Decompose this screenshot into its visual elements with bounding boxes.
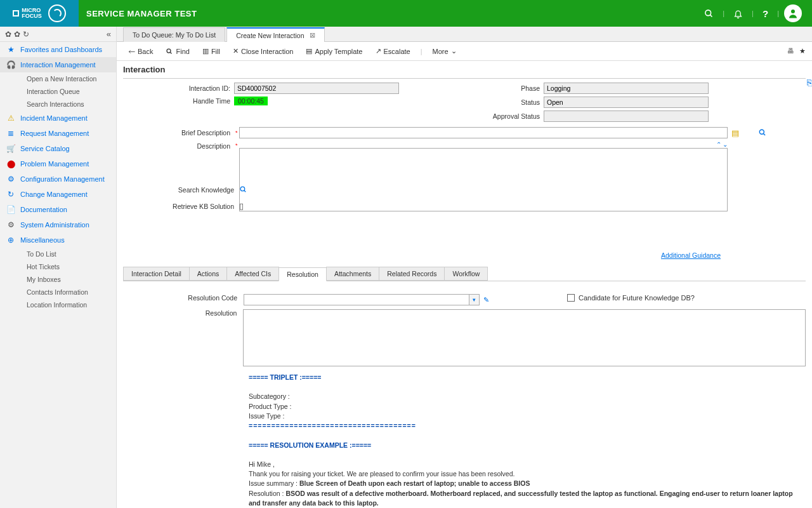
- dropdown-icon[interactable]: ▾: [469, 294, 480, 305]
- retrieve-kb-label: Retrieve KB Solution: [167, 203, 234, 210]
- document-tab[interactable]: Create New Interaction⊠: [226, 27, 324, 42]
- resolution-code-input[interactable]: [244, 294, 469, 305]
- svg-line-6: [763, 133, 765, 135]
- page-title: Interaction: [123, 61, 806, 79]
- sidebar-item[interactable]: ⬤Problem Management: [0, 156, 116, 171]
- svg-point-2: [791, 10, 795, 13]
- user-avatar[interactable]: [784, 4, 802, 22]
- favorite-icon[interactable]: ★: [799, 47, 806, 55]
- search-knowledge-icon[interactable]: [239, 185, 247, 194]
- edit-icon[interactable]: ✎: [481, 294, 491, 305]
- sidebar-item[interactable]: ≣Request Management: [0, 126, 116, 141]
- sidebar: ✿ ✿ ↻ « ★Favorites and Dashboards🎧Intera…: [0, 27, 117, 508]
- handle-time-label: Handle Time: [123, 97, 234, 105]
- sidebar-subitem[interactable]: Open a New Interaction: [20, 72, 116, 85]
- candidate-label: Candidate for Future Knowledge DB?: [579, 294, 695, 302]
- sidebar-subitem[interactable]: Hot Tickets: [20, 260, 116, 273]
- fill-button[interactable]: ▥ Fill: [197, 46, 225, 57]
- collapse-icon[interactable]: ⌃: [716, 141, 721, 148]
- back-button[interactable]: 🡐 Back: [123, 46, 158, 57]
- close-interaction-button[interactable]: ✕ Close Interaction: [228, 46, 299, 57]
- sidebar-item[interactable]: ⚠Incident Management: [0, 110, 116, 126]
- detail-tab[interactable]: Workflow: [444, 267, 488, 281]
- detail-tab[interactable]: Attachments: [326, 267, 379, 281]
- collapse-sidebar-icon[interactable]: «: [107, 29, 111, 39]
- phase-field: [544, 83, 709, 94]
- bell-icon[interactable]: [730, 9, 747, 18]
- sidebar-subitem[interactable]: Search Interactions: [20, 98, 116, 110]
- app-title: SERVICE MANAGER TEST: [86, 9, 197, 18]
- help-icon[interactable]: ?: [759, 8, 772, 19]
- app-header: MICROFOCUS SERVICE MANAGER TEST | | ? |: [0, 0, 812, 27]
- interaction-id-label: Interaction ID:: [123, 84, 234, 92]
- sidebar-item[interactable]: ↻Change Management: [0, 187, 116, 202]
- detail-tab[interactable]: Actions: [189, 267, 227, 281]
- approval-status-field: [544, 110, 709, 122]
- description-textarea[interactable]: [239, 148, 728, 211]
- resolution-code-label: Resolution Code: [123, 294, 244, 302]
- handle-time-value: 00:00:45: [234, 97, 268, 105]
- phase-label: Phase: [436, 84, 544, 92]
- sidebar-subitem[interactable]: My Inboxes: [20, 273, 116, 286]
- sidebar-subitem[interactable]: Interaction Queue: [20, 85, 116, 98]
- action-toolbar: 🡐 Back Find ▥ Fill ✕ Close Interaction ▤…: [117, 42, 812, 61]
- status-label: Status: [436, 98, 544, 106]
- detail-tab[interactable]: Affected CIs: [226, 267, 279, 281]
- sidebar-subitem[interactable]: To Do List: [20, 248, 116, 260]
- svg-line-1: [710, 15, 712, 17]
- search-knowledge-label: Search Knowledge: [167, 186, 234, 194]
- gear-icon[interactable]: ✿: [5, 30, 11, 39]
- svg-line-4: [171, 52, 172, 53]
- sidebar-item[interactable]: 🎧Interaction Management: [0, 57, 116, 72]
- approval-status-label: Approval Status: [436, 112, 544, 120]
- retrieve-kb-icon[interactable]: ▯: [239, 201, 244, 211]
- print-icon[interactable]: 🖶: [787, 47, 794, 55]
- document-tab[interactable]: To Do Queue: My To Do List: [123, 27, 225, 42]
- sidebar-item[interactable]: ⚙System Administration: [0, 217, 116, 232]
- tab-close-icon[interactable]: ⊠: [310, 31, 315, 39]
- svg-point-0: [705, 10, 711, 15]
- more-button[interactable]: More ⌄: [428, 46, 462, 57]
- detail-tabs: Interaction DetailActionsAffected CIsRes…: [123, 267, 806, 281]
- search-icon[interactable]: [758, 128, 767, 137]
- svg-line-8: [244, 190, 246, 192]
- escalate-button[interactable]: ↗ Escalate: [370, 46, 416, 57]
- sidebar-subitem[interactable]: Location Information: [20, 298, 116, 311]
- brief-description-input[interactable]: [239, 127, 728, 138]
- sidebar-item[interactable]: 📄Documentation: [0, 202, 116, 217]
- refresh-icon[interactable]: ↻: [23, 30, 29, 39]
- candidate-checkbox[interactable]: [567, 294, 575, 302]
- additional-guidance-link[interactable]: Additional Guidance: [661, 251, 721, 259]
- brief-description-label: Brief Description: [123, 129, 234, 137]
- sidebar-item[interactable]: 🛒Service Catalog: [0, 141, 116, 156]
- notes-icon[interactable]: ▤: [731, 128, 739, 138]
- document-tabs: To Do Queue: My To Do ListCreate New Int…: [117, 27, 812, 42]
- description-label: Description: [123, 141, 234, 150]
- expand-icon[interactable]: ⌄: [723, 141, 728, 148]
- svg-point-7: [240, 187, 245, 191]
- sidebar-item[interactable]: ⊕Miscellaneous: [0, 232, 116, 248]
- detail-tab[interactable]: Interaction Detail: [123, 267, 190, 281]
- svg-point-5: [759, 130, 764, 134]
- copy-icon[interactable]: ⎘: [807, 77, 812, 88]
- sidebar-item[interactable]: ⚙Configuration Management: [0, 171, 116, 187]
- detail-tab[interactable]: Resolution: [278, 267, 327, 281]
- find-button[interactable]: Find: [160, 46, 194, 57]
- status-field: [544, 97, 709, 108]
- brand-logo: MICROFOCUS: [0, 0, 79, 27]
- sidebar-item[interactable]: ★Favorites and Dashboards: [0, 42, 116, 57]
- resolution-label: Resolution: [123, 309, 243, 317]
- detail-tab[interactable]: Related Records: [379, 267, 445, 281]
- resolution-example-text: ===== TRIPLET :===== Subcategory : Produ…: [249, 373, 806, 508]
- gear-icon-2[interactable]: ✿: [14, 30, 20, 39]
- interaction-id-field: [234, 83, 399, 94]
- search-icon[interactable]: [700, 9, 717, 18]
- svg-point-3: [167, 49, 171, 53]
- apply-template-button[interactable]: ▤ Apply Template: [301, 46, 367, 57]
- sidebar-subitem[interactable]: Contacts Information: [20, 286, 116, 298]
- resolution-textarea[interactable]: [243, 309, 806, 366]
